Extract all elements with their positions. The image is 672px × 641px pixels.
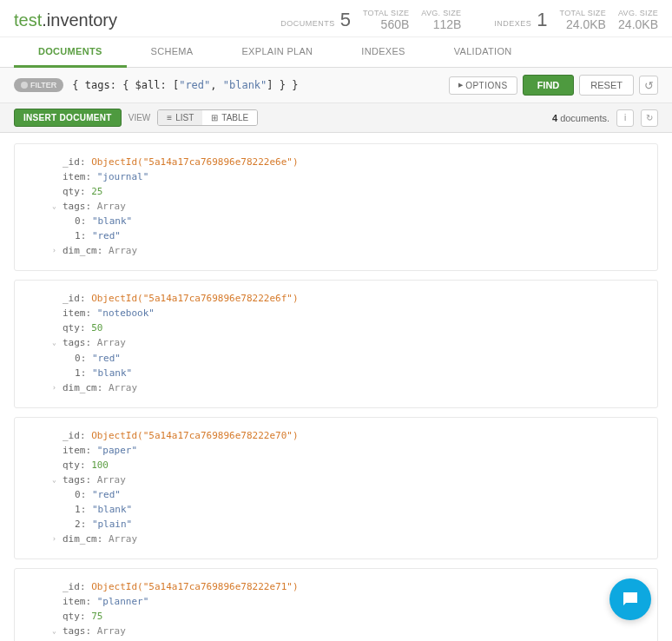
list-icon: ≡ [167, 113, 172, 122]
expand-icon[interactable]: › [52, 534, 56, 545]
tab-indexes[interactable]: INDEXES [337, 37, 429, 67]
options-button[interactable]: ▶OPTIONS [449, 76, 517, 95]
info-button[interactable]: i [616, 109, 634, 127]
refresh-icon: ↻ [646, 113, 653, 122]
filter-pill[interactable]: FILTER [14, 78, 63, 92]
index-count: INDEXES1 [494, 9, 547, 31]
history-icon: ↺ [644, 79, 654, 92]
reset-button[interactable]: RESET [579, 75, 634, 96]
namespace: test.inventory [14, 10, 117, 30]
collapse-icon[interactable]: ⌄ [52, 338, 56, 348]
chat-widget[interactable] [609, 578, 651, 620]
result-count: 4 documents. [552, 113, 609, 123]
collapse-icon[interactable]: ⌄ [52, 475, 56, 486]
table-icon: ⊞ [211, 113, 218, 122]
tab-schema[interactable]: SCHEMA [127, 37, 218, 67]
find-button[interactable]: FIND [523, 75, 575, 96]
doc-count: DOCUMENTS5 [280, 9, 351, 31]
collection-stats: DOCUMENTS5 TOTAL SIZE560B AVG. SIZE112B … [280, 9, 658, 31]
tab-explain[interactable]: EXPLAIN PLAN [217, 37, 337, 67]
refresh-button[interactable]: ↻ [641, 109, 658, 127]
document-card[interactable]: _id: ObjectId("5a14a17ca769896e78222e71"… [14, 568, 658, 641]
info-icon: i [624, 113, 626, 122]
document-card[interactable]: _id: ObjectId("5a14a17ca769896e78222e70"… [14, 417, 658, 559]
chat-icon [620, 589, 641, 610]
history-button[interactable]: ↺ [639, 76, 658, 95]
collapse-icon[interactable]: ⌄ [52, 202, 56, 212]
tab-documents[interactable]: DOCUMENTS [14, 37, 127, 68]
tab-validation[interactable]: VALIDATION [430, 37, 537, 67]
document-card[interactable]: _id: ObjectId("5a14a17ca769896e78222e6e"… [14, 143, 658, 271]
filter-input[interactable]: { tags: { $all: ["red", "blank"] } } [69, 76, 443, 95]
collapse-icon[interactable]: ⌄ [52, 626, 56, 637]
expand-icon[interactable]: › [52, 246, 56, 256]
view-toggle: ≡LIST ⊞TABLE [157, 109, 258, 126]
view-table-button[interactable]: ⊞TABLE [202, 110, 257, 125]
insert-document-button[interactable]: INSERT DOCUMENT [14, 109, 122, 127]
view-list-button[interactable]: ≡LIST [158, 110, 202, 125]
expand-icon[interactable]: › [52, 383, 56, 393]
view-label: VIEW [128, 113, 151, 122]
document-card[interactable]: _id: ObjectId("5a14a17ca769896e78222e6f"… [14, 280, 658, 407]
